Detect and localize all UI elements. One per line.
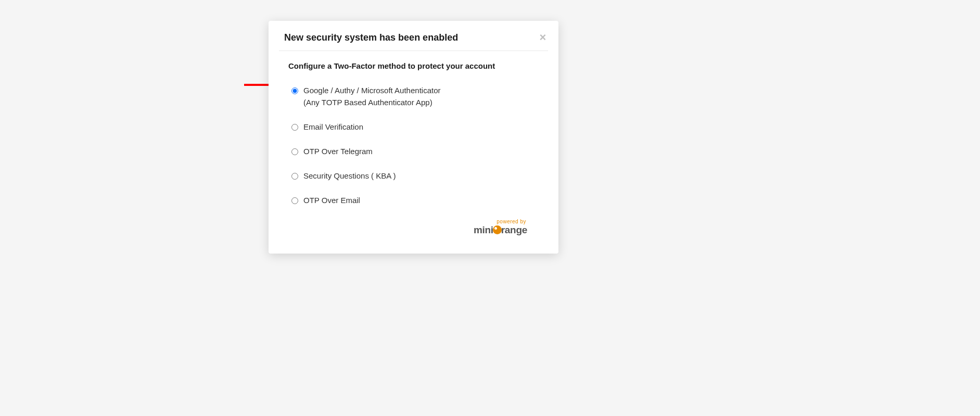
radio-email-verification[interactable] [291, 124, 298, 131]
option-row-email-verification[interactable]: Email Verification [284, 121, 543, 132]
radio-otp-email[interactable] [291, 197, 298, 204]
close-button[interactable]: × [538, 32, 548, 43]
modal-body: Configure a Two-Factor method to protect… [269, 51, 558, 254]
option-label-telegram[interactable]: OTP Over Telegram [303, 146, 373, 157]
option-row-telegram[interactable]: OTP Over Telegram [284, 146, 543, 157]
powered-by-text: powered by [284, 219, 527, 224]
option-label-kba[interactable]: Security Questions ( KBA ) [303, 170, 396, 181]
option-row-authenticator[interactable]: Google / Authy / Microsoft Authenticator… [284, 85, 543, 108]
close-icon: × [540, 32, 546, 43]
brand-logo: minirange [474, 224, 527, 235]
option-label-email-verification[interactable]: Email Verification [303, 121, 363, 132]
option-label-authenticator[interactable]: Google / Authy / Microsoft Authenticator… [303, 85, 440, 108]
modal-title: New security system has been enabled [284, 32, 543, 43]
radio-kba[interactable] [291, 173, 298, 180]
radio-authenticator[interactable] [291, 87, 298, 94]
brand-orange-icon [493, 225, 502, 234]
option-row-otp-email[interactable]: OTP Over Email [284, 195, 543, 206]
modal-header: New security system has been enabled × [269, 21, 558, 51]
option-label-otp-email[interactable]: OTP Over Email [303, 195, 360, 206]
footer-brand: powered by minirange [284, 219, 543, 243]
config-heading: Configure a Two-Factor method to protect… [288, 61, 543, 70]
two-factor-modal: New security system has been enabled × C… [269, 21, 558, 254]
option-row-kba[interactable]: Security Questions ( KBA ) [284, 170, 543, 181]
radio-telegram[interactable] [291, 148, 298, 155]
